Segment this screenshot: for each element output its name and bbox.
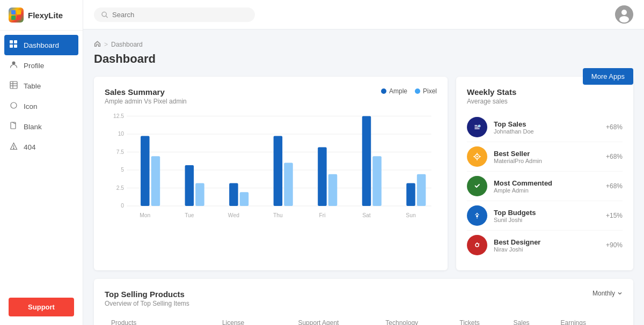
top-sales-pct: +68%: [606, 123, 623, 131]
legend-ample: Ample: [381, 87, 407, 95]
dashboard-icon: [9, 40, 18, 50]
stat-item-best-seller: Best Seller MaterialPro Admin +68%: [467, 142, 623, 172]
main-content: More Apps > Dashboard Dashboard Sales Su…: [83, 0, 644, 325]
svg-rect-9: [10, 82, 17, 88]
most-commented-name: Most Commented: [494, 179, 599, 187]
svg-rect-39: [195, 183, 204, 206]
svg-rect-5: [14, 40, 17, 43]
svg-rect-6: [10, 45, 13, 48]
svg-text:10: 10: [118, 131, 125, 137]
svg-line-72: [479, 243, 480, 244]
col-license: License: [216, 315, 291, 325]
top-budgets-name: Top Budgets: [494, 209, 599, 217]
top-budgets-person: Sunil Joshi: [494, 217, 599, 223]
support-button[interactable]: Support: [9, 298, 74, 316]
sidebar: FlexyLite Dashboard Profile Table Icon: [0, 0, 83, 325]
sales-summary-subtitle: Ample admin Vs Pixel admin: [105, 98, 187, 105]
col-earnings: Earnings: [554, 315, 623, 325]
svg-text:Sat: Sat: [362, 212, 371, 218]
stat-item-top-budgets: Top Budgets Sunil Joshi +15%: [467, 201, 623, 231]
svg-point-68: [476, 215, 478, 217]
svg-rect-41: [240, 192, 249, 206]
svg-rect-45: [328, 174, 338, 206]
sales-summary-title: Sales Summary: [105, 87, 187, 97]
blank-icon: [9, 122, 18, 131]
svg-text:Wed: Wed: [228, 212, 239, 218]
most-commented-person: Ample Admin: [494, 187, 599, 194]
svg-text:7.5: 7.5: [116, 149, 125, 155]
col-sales: Sales: [507, 315, 554, 325]
svg-point-18: [13, 148, 13, 149]
svg-text:12.5: 12.5: [113, 113, 124, 119]
svg-rect-4: [10, 40, 13, 43]
table-subtitle: Overview of Top Selling Items: [105, 300, 189, 307]
svg-rect-1: [17, 10, 21, 14]
stat-item-top-sales: Top Sales Johnathan Doe +68%: [467, 113, 623, 142]
sidebar-item-blank[interactable]: Blank: [0, 116, 83, 137]
error-label: 404: [24, 143, 36, 151]
svg-point-8: [12, 62, 15, 65]
best-seller-person: MaterialPro Admin: [494, 158, 599, 164]
legend-ample-label: Ample: [389, 87, 407, 95]
svg-point-19: [102, 12, 106, 16]
best-designer-person: Nirav Joshi: [494, 246, 599, 253]
icon-icon: [9, 101, 18, 111]
home-icon: [94, 40, 101, 49]
best-seller-pct: +68%: [606, 153, 623, 160]
table-header-row: Products License Support Agent Technolog…: [105, 315, 623, 325]
svg-point-22: [621, 10, 627, 15]
svg-rect-40: [229, 183, 238, 206]
table-head: Products License Support Agent Technolog…: [105, 315, 623, 325]
breadcrumb-separator: >: [104, 41, 108, 48]
user-avatar[interactable]: [615, 5, 633, 24]
svg-rect-2: [11, 16, 16, 20]
svg-rect-43: [284, 162, 293, 206]
top-budgets-pct: +15%: [606, 212, 623, 219]
more-apps-button[interactable]: More Apps: [583, 68, 633, 85]
best-designer-name: Best Designer: [494, 238, 599, 246]
best-designer-info: Best Designer Nirav Joshi: [494, 238, 599, 253]
most-commented-pct: +68%: [606, 182, 623, 190]
sidebar-item-profile[interactable]: Profile: [0, 55, 83, 76]
svg-point-13: [11, 102, 17, 108]
sidebar-item-dashboard[interactable]: Dashboard: [4, 35, 78, 55]
profile-icon: [9, 61, 18, 70]
stat-item-most-commented: Most Commented Ample Admin +68%: [467, 172, 623, 201]
top-sales-icon: [467, 117, 487, 137]
top-sales-info: Top Sales Johnathan Doe: [494, 120, 599, 135]
svg-rect-47: [372, 156, 382, 206]
col-tickets: Tickets: [453, 315, 507, 325]
col-agent: Support Agent: [291, 315, 379, 325]
svg-text:Sun: Sun: [406, 212, 416, 218]
svg-rect-44: [318, 147, 327, 206]
svg-text:Thu: Thu: [273, 212, 283, 218]
best-seller-info: Best Seller MaterialPro Admin: [494, 150, 599, 164]
best-designer-icon: [467, 235, 487, 255]
svg-text:Mon: Mon: [140, 212, 150, 218]
chart-legend: Ample Pixel: [381, 87, 437, 95]
bar-chart-svg: 12.5 10 7.5 5 2.5 0: [105, 110, 437, 228]
sidebar-item-404[interactable]: 404: [0, 137, 83, 157]
chevron-down-icon: [617, 291, 623, 296]
breadcrumb: > Dashboard: [94, 40, 633, 49]
sales-summary-card: Sales Summary Ample admin Vs Pixel admin…: [94, 77, 448, 270]
top-budgets-info: Top Budgets Sunil Joshi: [494, 209, 599, 223]
dashboard-label: Dashboard: [24, 41, 59, 49]
error-icon: [9, 142, 18, 152]
best-seller-name: Best Seller: [494, 150, 599, 158]
period-select[interactable]: Monthly: [592, 290, 623, 297]
legend-pixel-dot: [415, 88, 420, 94]
svg-rect-46: [362, 116, 371, 206]
svg-rect-7: [14, 45, 17, 48]
search-input[interactable]: [112, 11, 247, 19]
svg-rect-0: [11, 10, 16, 14]
sidebar-item-icon[interactable]: Icon: [0, 96, 83, 116]
col-technology: Technology: [379, 315, 453, 325]
svg-text:0: 0: [121, 203, 124, 209]
dashboard-grid: Sales Summary Ample admin Vs Pixel admin…: [94, 77, 633, 270]
most-commented-icon: [467, 176, 487, 196]
page-content: More Apps > Dashboard Dashboard Sales Su…: [83, 29, 644, 325]
sidebar-item-table[interactable]: Table: [0, 76, 83, 96]
bar-chart: 12.5 10 7.5 5 2.5 0: [105, 110, 437, 228]
page-title: Dashboard: [94, 52, 633, 66]
